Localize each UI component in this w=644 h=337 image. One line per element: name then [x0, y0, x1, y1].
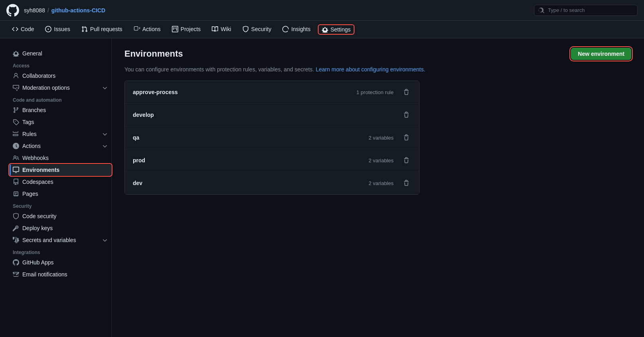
trash-icon	[403, 180, 410, 186]
env-name: qa	[133, 134, 368, 141]
username[interactable]: syh8088	[24, 7, 45, 14]
tab-security[interactable]: Security	[237, 22, 277, 37]
rules-icon	[13, 131, 19, 137]
sidebar-branches-label: Branches	[22, 107, 46, 113]
tab-settings-label: Settings	[331, 26, 351, 33]
sidebar-moderation-label: Moderation options	[22, 85, 70, 91]
sidebar-codeautomation-section: Code and automation	[10, 94, 111, 104]
branch-icon	[13, 107, 19, 113]
table-row[interactable]: qa2 variables	[125, 126, 419, 149]
security-icon	[242, 26, 249, 32]
tab-wiki[interactable]: Wiki	[206, 22, 236, 37]
sidebar-security-section: Security	[10, 200, 111, 211]
main-layout: General Access Collaborators Moderation …	[0, 38, 644, 337]
sidebar-github-apps-label: GitHub Apps	[22, 259, 54, 266]
main-content: Environments New environment You can con…	[112, 38, 644, 337]
pr-icon	[81, 26, 88, 32]
env-name: prod	[133, 157, 368, 164]
chevron-down-icon-secrets	[102, 237, 108, 243]
tab-security-label: Security	[251, 26, 272, 32]
tab-pullrequests[interactable]: Pull requests	[76, 22, 128, 37]
sidebar-item-rules[interactable]: Rules	[10, 128, 111, 140]
table-row[interactable]: develop	[125, 104, 419, 126]
tab-projects[interactable]: Projects	[166, 22, 207, 37]
sidebar-item-webhooks[interactable]: Webhooks	[10, 152, 111, 164]
tag-icon	[13, 119, 19, 125]
settings-sidebar: General Access Collaborators Moderation …	[0, 38, 112, 337]
actions-sidebar-icon	[13, 143, 19, 149]
person-icon	[13, 73, 19, 79]
tab-issues-label: Issues	[54, 26, 70, 32]
environments-table: approve-process1 protection rule develop…	[124, 81, 419, 195]
env-name: dev	[133, 180, 368, 186]
sidebar-item-pages[interactable]: Pages	[10, 188, 111, 199]
tab-wiki-label: Wiki	[221, 26, 231, 32]
sidebar-environments-label: Environments	[22, 167, 59, 173]
sidebar-integrations-section: Integrations	[10, 246, 111, 257]
sidebar-item-github-apps[interactable]: GitHub Apps	[10, 257, 111, 268]
tab-code[interactable]: Code	[6, 22, 39, 37]
tab-issues[interactable]: Issues	[39, 22, 75, 37]
github-apps-icon	[13, 259, 19, 266]
sidebar-item-email-notifications[interactable]: Email notifications	[10, 269, 111, 280]
chevron-down-icon	[102, 85, 108, 91]
sidebar-code-security-label: Code security	[22, 213, 57, 219]
tab-pr-label: Pull requests	[90, 26, 122, 32]
sidebar-collaborators-label: Collaborators	[22, 73, 55, 79]
code-security-icon	[13, 213, 19, 219]
tab-code-label: Code	[21, 26, 34, 32]
sidebar-item-moderation[interactable]: Moderation options	[10, 82, 111, 93]
tab-insights[interactable]: Insights	[277, 22, 316, 37]
webhooks-icon	[13, 155, 19, 161]
settings-icon	[322, 26, 328, 33]
code-icon	[12, 26, 18, 32]
insights-icon	[282, 26, 289, 32]
sidebar-item-tags[interactable]: Tags	[10, 116, 111, 128]
env-name: develop	[133, 112, 394, 118]
new-environment-button[interactable]: New environment	[571, 48, 631, 60]
key-icon	[13, 225, 19, 231]
sidebar-item-collaborators[interactable]: Collaborators	[10, 70, 111, 81]
tab-actions-label: Actions	[142, 26, 161, 32]
sidebar-item-secrets[interactable]: Secrets and variables	[10, 235, 111, 246]
table-row[interactable]: dev2 variables	[125, 172, 419, 194]
tab-settings[interactable]: Settings	[318, 24, 355, 35]
sidebar-item-environments[interactable]: Environments	[10, 164, 111, 175]
env-delete-button[interactable]	[402, 133, 411, 142]
env-meta: 1 protection rule	[356, 89, 394, 95]
env-delete-button[interactable]	[402, 110, 411, 120]
separator: /	[47, 7, 49, 14]
sidebar-webhooks-label: Webhooks	[22, 155, 49, 161]
env-delete-button[interactable]	[402, 178, 411, 188]
tab-actions[interactable]: Actions	[128, 22, 166, 37]
sidebar-item-general[interactable]: General	[10, 48, 111, 59]
sidebar-actions-label: Actions	[22, 143, 41, 149]
sidebar-item-branches[interactable]: Branches	[10, 104, 111, 116]
tab-projects-label: Projects	[181, 26, 201, 32]
trash-icon	[403, 134, 410, 141]
env-meta: 2 variables	[368, 158, 394, 164]
sidebar-item-code-security[interactable]: Code security	[10, 211, 111, 222]
sidebar-codespaces-label: Codespaces	[22, 179, 53, 185]
sidebar-pages-label: Pages	[22, 191, 38, 197]
sidebar-general-label: General	[22, 50, 42, 57]
env-delete-button[interactable]	[402, 87, 411, 97]
table-row[interactable]: approve-process1 protection rule	[125, 81, 419, 104]
env-delete-button[interactable]	[402, 156, 411, 165]
gear-icon	[13, 50, 19, 57]
sidebar-email-label: Email notifications	[22, 271, 67, 278]
chevron-down-icon-actions	[102, 143, 108, 149]
search-bar[interactable]: Type / to search	[534, 5, 638, 16]
env-meta: 2 variables	[368, 180, 394, 186]
table-row[interactable]: prod2 variables	[125, 149, 419, 172]
sidebar-item-codespaces[interactable]: Codespaces	[10, 176, 111, 187]
github-logo[interactable]	[6, 4, 19, 17]
moderation-icon	[13, 85, 19, 91]
description-text: You can configure environments with prot…	[124, 66, 314, 73]
sidebar-item-actions[interactable]: Actions	[10, 140, 111, 152]
sidebar-item-deploy-keys[interactable]: Deploy keys	[10, 223, 111, 234]
reponame[interactable]: github-actions-CICD	[51, 7, 105, 14]
repo-breadcrumb: syh8088 / github-actions-CICD	[24, 7, 105, 14]
learn-more-link[interactable]: Learn more about configuring environment…	[316, 66, 425, 73]
page-title: Environments	[124, 49, 183, 59]
